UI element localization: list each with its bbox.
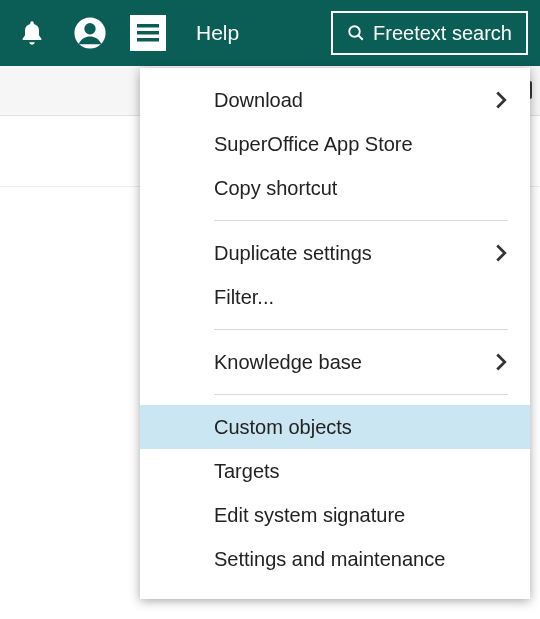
svg-rect-2 xyxy=(137,24,159,28)
main-menu-dropdown: Download SuperOffice App Store Copy shor… xyxy=(140,68,530,599)
menu-item-copy-shortcut[interactable]: Copy shortcut xyxy=(140,166,530,210)
user-icon[interactable] xyxy=(70,13,110,53)
menu-item-app-store[interactable]: SuperOffice App Store xyxy=(140,122,530,166)
menu-item-label: Targets xyxy=(214,460,280,483)
menu-item-duplicate-settings[interactable]: Duplicate settings xyxy=(140,231,530,275)
menu-item-download[interactable]: Download xyxy=(140,78,530,122)
menu-item-settings-maintenance[interactable]: Settings and maintenance xyxy=(140,537,530,581)
search-label: Freetext search xyxy=(373,22,512,45)
chevron-right-icon xyxy=(494,90,508,110)
menu-item-filter[interactable]: Filter... xyxy=(140,275,530,319)
freetext-search[interactable]: Freetext search xyxy=(331,11,528,55)
menu-item-edit-signature[interactable]: Edit system signature xyxy=(140,493,530,537)
menu-item-label: Copy shortcut xyxy=(214,177,337,200)
hamburger-icon xyxy=(130,15,166,51)
menu-item-knowledge-base[interactable]: Knowledge base xyxy=(140,340,530,384)
svg-line-6 xyxy=(358,35,363,40)
svg-point-1 xyxy=(84,23,95,34)
menu-item-label: Knowledge base xyxy=(214,351,362,374)
menu-item-custom-objects[interactable]: Custom objects xyxy=(140,405,530,449)
menu-separator xyxy=(214,220,508,221)
notifications-icon[interactable] xyxy=(12,13,52,53)
svg-rect-4 xyxy=(137,38,159,42)
menu-item-label: Filter... xyxy=(214,286,274,309)
topbar: Help Freetext search xyxy=(0,0,540,66)
svg-rect-3 xyxy=(137,31,159,35)
menu-item-label: Duplicate settings xyxy=(214,242,372,265)
menu-item-label: Edit system signature xyxy=(214,504,405,527)
menu-item-label: Download xyxy=(214,89,303,112)
chevron-right-icon xyxy=(494,352,508,372)
help-link[interactable]: Help xyxy=(196,21,239,45)
menu-item-targets[interactable]: Targets xyxy=(140,449,530,493)
chevron-right-icon xyxy=(494,243,508,263)
menu-item-label: Settings and maintenance xyxy=(214,548,445,571)
svg-point-5 xyxy=(349,26,360,37)
menu-item-label: Custom objects xyxy=(214,416,352,439)
menu-separator xyxy=(214,329,508,330)
search-icon xyxy=(347,24,365,42)
menu-item-label: SuperOffice App Store xyxy=(214,133,413,156)
hamburger-menu-button[interactable] xyxy=(128,13,168,53)
menu-separator xyxy=(214,394,508,395)
